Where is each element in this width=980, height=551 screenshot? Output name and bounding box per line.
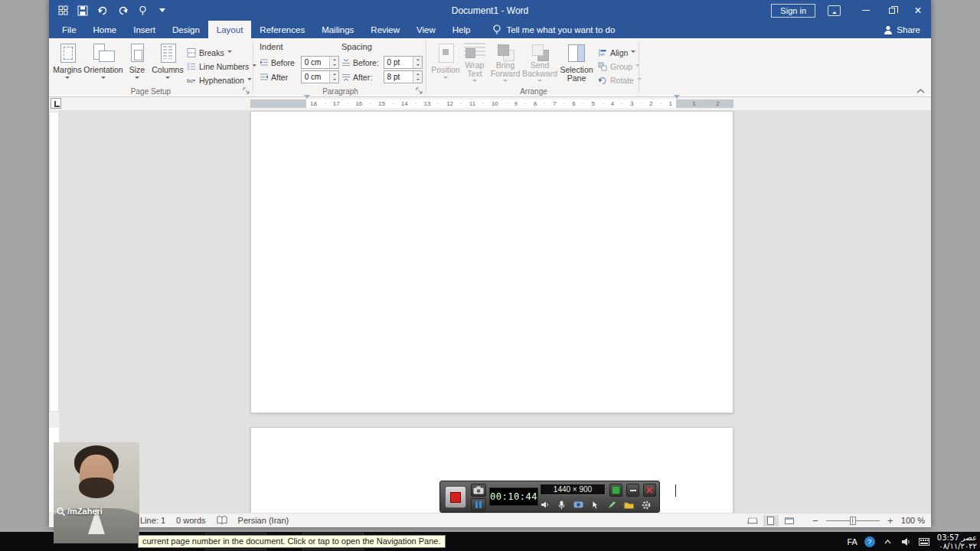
language-indicator[interactable]: Persian (Iran) bbox=[238, 516, 289, 525]
spin-up-icon[interactable] bbox=[413, 71, 422, 77]
redo-icon[interactable] bbox=[116, 5, 129, 17]
microphone-button[interactable] bbox=[555, 498, 568, 511]
paragraph-dialog-launcher[interactable] bbox=[416, 87, 423, 95]
open-folder-button[interactable] bbox=[622, 498, 635, 511]
spacing-before-spinner[interactable] bbox=[413, 57, 422, 68]
pause-button[interactable] bbox=[471, 498, 486, 511]
indent-after-input[interactable]: 0 cm bbox=[301, 70, 339, 83]
share-button[interactable]: Share bbox=[884, 21, 920, 38]
position-button[interactable]: Position bbox=[431, 40, 460, 84]
draw-pen-button[interactable] bbox=[606, 498, 619, 511]
proofing-icon[interactable] bbox=[217, 516, 227, 525]
indent-before-spinner[interactable] bbox=[329, 57, 338, 68]
minimize-button[interactable] bbox=[853, 0, 879, 21]
indent-after-label: After bbox=[271, 73, 299, 82]
qat-dropdown-icon[interactable] bbox=[156, 5, 168, 17]
language-badge[interactable]: FA bbox=[847, 537, 857, 546]
tab-file[interactable]: File bbox=[54, 21, 85, 38]
page-setup-dialog-launcher[interactable] bbox=[243, 87, 250, 95]
ribbon-display-options-icon[interactable] bbox=[828, 5, 841, 16]
align-button[interactable]: Align bbox=[598, 46, 635, 59]
breaks-icon bbox=[187, 48, 196, 57]
zoom-out-button[interactable]: − bbox=[811, 515, 820, 527]
tab-review[interactable]: Review bbox=[362, 21, 408, 38]
selection-pane-button[interactable]: Selection Pane bbox=[558, 40, 595, 84]
spin-down-icon[interactable] bbox=[413, 63, 422, 69]
rotate-label: Rotate bbox=[610, 76, 634, 85]
spin-up-icon[interactable] bbox=[413, 57, 422, 63]
tab-layout[interactable]: Layout bbox=[208, 21, 252, 38]
region-button[interactable] bbox=[609, 484, 622, 497]
tab-view[interactable]: View bbox=[408, 21, 444, 38]
touch-mode-icon[interactable] bbox=[136, 5, 149, 17]
touch-keyboard-icon[interactable] bbox=[919, 536, 930, 547]
indent-marker-left[interactable] bbox=[303, 99, 310, 109]
columns-button[interactable]: Columns bbox=[151, 40, 185, 84]
sign-in-button[interactable]: Sign in bbox=[771, 4, 815, 18]
spin-up-icon[interactable] bbox=[330, 57, 338, 63]
tab-references[interactable]: References bbox=[251, 21, 313, 38]
screenshot-button[interactable] bbox=[471, 484, 486, 497]
zoom-level[interactable]: 100 % bbox=[901, 516, 925, 525]
spin-down-icon[interactable] bbox=[330, 63, 338, 69]
speaker-icon[interactable] bbox=[900, 536, 912, 547]
spacing-before-icon bbox=[341, 59, 351, 67]
dropdown-caret-icon bbox=[443, 77, 448, 81]
minimize-icon bbox=[862, 10, 870, 11]
spin-down-icon[interactable] bbox=[413, 77, 422, 83]
indent-before-input[interactable]: 0 cm bbox=[301, 56, 339, 69]
hyphenation-button[interactable]: bc Hyphenation bbox=[187, 73, 252, 86]
tab-stop-selector[interactable] bbox=[51, 98, 61, 109]
spin-down-icon[interactable] bbox=[330, 77, 338, 83]
indent-after-spinner[interactable] bbox=[329, 71, 338, 83]
bring-forward-button[interactable]: Bring Forward bbox=[489, 40, 521, 84]
spacing-before-input[interactable]: 0 pt bbox=[384, 56, 423, 69]
webcam-button[interactable] bbox=[572, 498, 585, 511]
margins-button[interactable]: Margins bbox=[51, 40, 83, 84]
document-page-1[interactable] bbox=[250, 111, 733, 413]
zoom-slider[interactable] bbox=[826, 516, 880, 526]
spacing-after-icon bbox=[341, 73, 351, 81]
orientation-button[interactable]: Orientation bbox=[83, 40, 123, 84]
spacing-after-spinner[interactable] bbox=[413, 71, 422, 83]
tab-insert[interactable]: Insert bbox=[125, 21, 164, 38]
restore-button[interactable] bbox=[879, 0, 905, 21]
indent-marker-right[interactable] bbox=[673, 99, 680, 109]
read-mode-button[interactable] bbox=[745, 515, 760, 527]
zoom-slider-thumb[interactable] bbox=[850, 517, 856, 525]
stop-recording-button[interactable] bbox=[445, 486, 466, 508]
help-icon[interactable]: ? bbox=[864, 536, 875, 547]
tab-help[interactable]: Help bbox=[444, 21, 479, 38]
collapse-ribbon-icon[interactable] bbox=[916, 89, 925, 93]
settings-button[interactable] bbox=[639, 498, 652, 511]
web-layout-button[interactable] bbox=[782, 515, 797, 527]
undo-icon[interactable] bbox=[96, 5, 109, 17]
spacing-after-input[interactable]: 8 pt bbox=[384, 70, 423, 83]
print-layout-button[interactable] bbox=[763, 515, 779, 527]
zoom-in-button[interactable]: + bbox=[886, 515, 895, 527]
size-button[interactable]: Size bbox=[123, 40, 151, 84]
line-numbers-button[interactable]: Line Numbers bbox=[187, 60, 256, 73]
minimize-recorder-button[interactable] bbox=[626, 484, 639, 497]
dropdown-caret-icon bbox=[503, 80, 508, 84]
hidden-icons-chevron-icon[interactable] bbox=[882, 536, 893, 547]
tab-home[interactable]: Home bbox=[85, 21, 126, 38]
wrap-text-button[interactable]: Wrap Text bbox=[460, 40, 489, 84]
qat-customize-grid-icon[interactable] bbox=[57, 5, 69, 17]
spin-up-icon[interactable] bbox=[330, 71, 338, 77]
close-button[interactable]: × bbox=[905, 0, 931, 21]
group-button[interactable]: Group bbox=[598, 60, 640, 73]
tab-mailings[interactable]: Mailings bbox=[313, 21, 362, 38]
word-count-indicator[interactable]: 0 words bbox=[176, 516, 206, 525]
send-backward-button[interactable]: Send Backward bbox=[521, 40, 558, 84]
rotate-button[interactable]: Rotate bbox=[598, 73, 642, 86]
breaks-button[interactable]: Breaks bbox=[187, 46, 232, 59]
taskbar-clock[interactable]: 03:57 عصر ۰۸/۱۱/۲۰۲۲ bbox=[937, 533, 977, 550]
cursor-capture-button[interactable] bbox=[589, 498, 602, 511]
tab-design[interactable]: Design bbox=[164, 21, 208, 38]
tell-me-box[interactable]: Tell me what you want to do bbox=[492, 21, 615, 38]
close-recorder-button[interactable] bbox=[643, 484, 656, 497]
line-number-indicator[interactable]: Line: 1 bbox=[140, 516, 165, 525]
save-icon[interactable] bbox=[77, 5, 89, 17]
audio-button[interactable] bbox=[538, 498, 551, 511]
